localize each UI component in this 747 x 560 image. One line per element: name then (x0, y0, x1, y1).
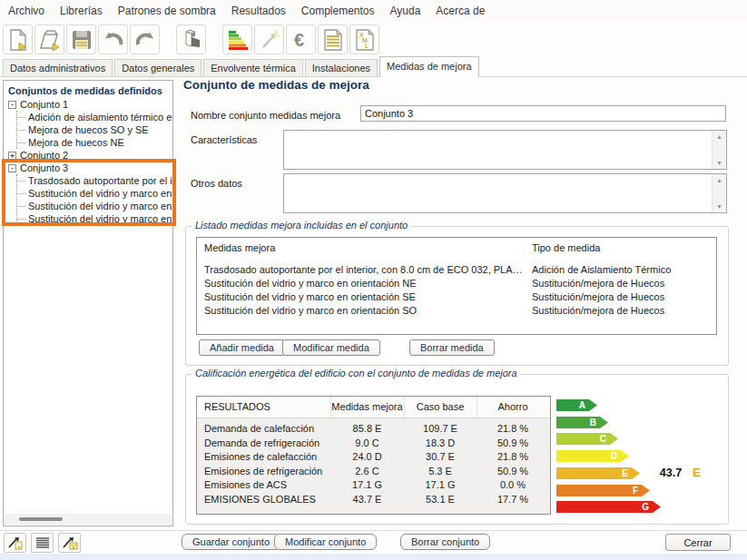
rating-arrow-a: A (556, 399, 597, 411)
textarea-scrollbar[interactable]: ▲ ▼ (712, 131, 726, 169)
result-medidas: 2.6 C (330, 465, 404, 479)
scroll-up-icon[interactable]: ▲ (716, 133, 722, 140)
result-row: Demanda de calefacción 85.8 E 109.7 E 21… (197, 422, 550, 437)
cell-tipo: Adición de Aislamiento Térmico (532, 263, 671, 277)
redo-button[interactable] (130, 25, 160, 54)
tab-instalaciones[interactable]: Instalaciones (305, 59, 378, 76)
column-separator (404, 397, 405, 418)
result-ahorro: 50.9 % (477, 437, 549, 451)
expand-icon[interactable]: + (8, 152, 16, 160)
menu-archivo[interactable]: Archivo (8, 5, 44, 17)
qualify-disabled-icon: A (259, 29, 280, 51)
tab-bar: Datos administrativos Datos generales En… (0, 56, 747, 77)
tab-envolvente-termica[interactable]: Envolvente térmica (203, 59, 303, 76)
export-xml-button[interactable]: X M L (349, 25, 379, 54)
svg-text:€: € (294, 30, 304, 50)
cell-medida: Sustitución del vidrio y marco en orient… (204, 277, 528, 290)
modify-set-button[interactable]: Modificar conjunto (274, 534, 377, 550)
tab-medidas-de-mejora[interactable]: Medidas de mejora (379, 56, 479, 77)
report-button[interactable] (318, 25, 348, 54)
tree-header: Conjuntos de medidas definidos (4, 81, 172, 98)
tree-leaf[interactable]: Mejora de huecos NE (17, 136, 172, 149)
rating-letter: G (642, 501, 649, 513)
delete-measure-button[interactable]: Borrar medida (409, 339, 495, 356)
textarea-scrollbar[interactable]: ▲ ▼ (712, 174, 726, 212)
building-3d-button[interactable] (176, 25, 206, 54)
tab-datos-administrativos[interactable]: Datos administrativos (3, 59, 113, 76)
energy-label-button[interactable] (222, 25, 252, 54)
caracteristicas-textarea[interactable]: ▲ ▼ (283, 130, 727, 170)
results-table-header: RESULTADOS Medidas mejora Caso base Ahor… (197, 397, 550, 418)
result-caso-base: 30.7 E (404, 450, 477, 465)
open-file-button[interactable] (34, 25, 64, 54)
tree-horizontal-scrollbar[interactable] (5, 514, 172, 525)
tree-node-conjunto-2[interactable]: + Conjunto 2 (8, 149, 172, 162)
column-medidas-mejora: Medidas mejora (204, 242, 275, 253)
scroll-down-icon[interactable]: ▼ (716, 203, 722, 210)
tree-children-conjunto-3: Trasdosado autoportante por el int Susti… (16, 174, 172, 225)
export-measure-button[interactable] (4, 533, 26, 553)
table-row[interactable]: Trasdosado autoportante por el interior,… (197, 263, 716, 277)
result-row: Demanda de refrigeración 9.0 C 18.3 D 50… (197, 437, 550, 451)
result-label: Emisiones de ACS (204, 478, 287, 493)
table-row[interactable]: Sustitución del vidrio y marco en orient… (197, 290, 716, 304)
measures-table-body: Trasdosado autoportante por el interior,… (197, 260, 716, 318)
result-caso-base: 17.1 G (404, 478, 477, 493)
rating-letter: C (600, 433, 606, 445)
building-3d-icon (180, 28, 203, 52)
tree-node-conjunto-3[interactable]: - Conjunto 3 (8, 162, 172, 174)
save-button[interactable] (66, 25, 96, 54)
menu-resultados[interactable]: Resultados (231, 5, 286, 17)
table-row[interactable]: Sustitución del vidrio y marco en orient… (197, 304, 716, 318)
list-view-button[interactable] (31, 533, 54, 553)
menu-acerca-de[interactable]: Acerca de (436, 5, 485, 17)
toolbar: A € X M L (3, 24, 381, 55)
rating-letter: B (590, 417, 596, 428)
euro-cost-button[interactable]: € (286, 25, 316, 54)
modify-measure-button[interactable]: Modificar medida (282, 339, 380, 356)
table-row[interactable]: Sustitución del vidrio y marco en orient… (197, 277, 716, 290)
undo-button[interactable] (98, 25, 128, 54)
rating-letter: F (633, 485, 638, 496)
tree-leaf[interactable]: Mejora de huecos SO y SE (17, 123, 172, 136)
application-window: { "menu": { "items": ["Archivo", "Librer… (0, 0, 747, 560)
rating-groupbox-label: Calificación energética del edificio con… (192, 368, 521, 378)
set-name-input[interactable] (360, 105, 726, 122)
scroll-up-icon[interactable]: ▲ (716, 177, 722, 183)
result-label: Demanda de calefacción (204, 422, 314, 437)
result-medidas: 17.1 G (330, 478, 404, 493)
svg-text:L: L (365, 43, 369, 49)
result-label: Demanda de refrigeración (204, 437, 319, 451)
collapse-icon[interactable]: - (8, 101, 16, 109)
save-icon (71, 29, 93, 51)
tree-leaf[interactable]: Trasdosado autoportante por el int (17, 174, 172, 187)
tree-leaf[interactable]: Adición de aislamiento térmico en fa (17, 111, 172, 123)
column-ahorro: Ahorro (477, 401, 549, 412)
menu-ayuda[interactable]: Ayuda (390, 5, 421, 17)
menu-complementos[interactable]: Complementos (301, 5, 375, 17)
menu-patrones-de-sombra[interactable]: Patrones de sombra (118, 5, 216, 17)
column-separator (477, 397, 477, 418)
new-file-button[interactable] (3, 25, 33, 54)
result-ahorro: 21.8 % (477, 422, 549, 437)
tree-leaf[interactable]: Sustitución del vidrio y marco en ori (17, 200, 172, 212)
measures-groupbox: Listado medidas mejora incluidas en el c… (185, 226, 729, 366)
export-to-building-button[interactable] (58, 533, 81, 553)
tree-leaf[interactable]: Sustitución del vidrio y marco en ori (17, 212, 172, 225)
save-set-button[interactable]: Guardar conjunto (182, 534, 280, 550)
collapse-icon[interactable]: - (8, 164, 16, 172)
tree-node-label: Conjunto 2 (20, 150, 68, 161)
tree-node-conjunto-1[interactable]: - Conjunto 1 (8, 98, 172, 111)
scrollbar-thumb[interactable] (19, 517, 63, 521)
delete-set-button[interactable]: Borrar conjunto (400, 534, 490, 550)
otros-datos-textarea[interactable]: ▲ ▼ (283, 173, 727, 213)
tab-datos-generales[interactable]: Datos generales (114, 59, 201, 76)
close-button[interactable]: Cerrar (665, 534, 731, 551)
scroll-down-icon[interactable]: ▼ (716, 160, 722, 166)
add-measure-button[interactable]: Añadir medida (199, 339, 285, 356)
rating-arrow-f: F (556, 485, 650, 496)
tree-leaf[interactable]: Sustitución del vidrio y marco en ori (17, 187, 172, 200)
menu-librerias[interactable]: Librerías (60, 5, 103, 17)
measure-sets-tree: - Conjunto 1 Adición de aislamiento térm… (4, 98, 172, 225)
measure-sets-tree-panel: Conjuntos de medidas definidos - Conjunt… (3, 80, 173, 526)
